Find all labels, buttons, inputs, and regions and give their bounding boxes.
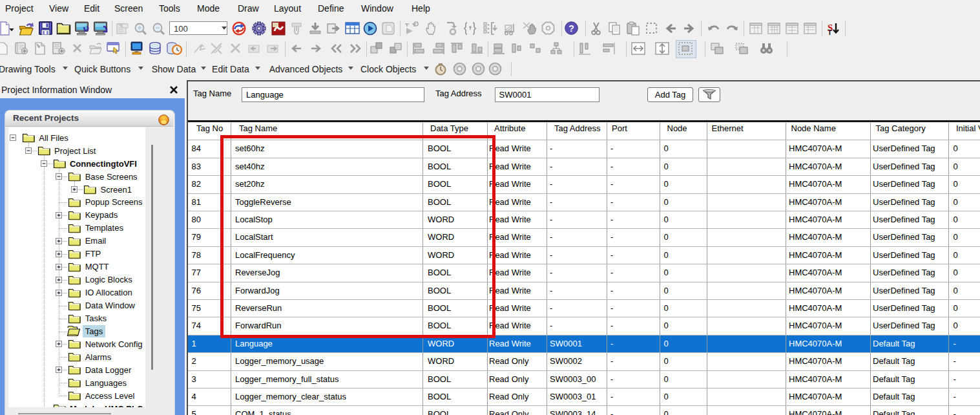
svg-text:?: ? [568,23,574,34]
svg-text:T: T [828,28,832,36]
